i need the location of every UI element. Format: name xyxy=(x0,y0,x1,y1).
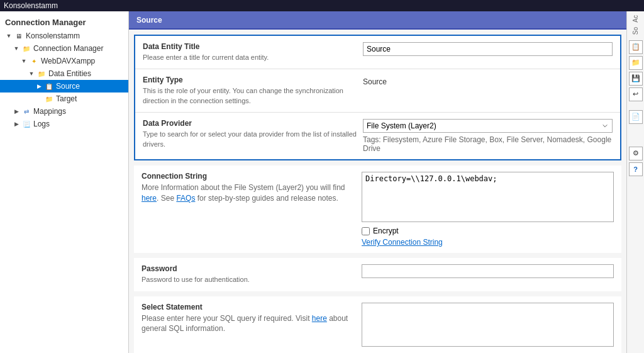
expand-arrow-data-entities: ▼ xyxy=(28,70,35,77)
toolbar-btn-copy[interactable]: 📋 xyxy=(629,40,643,54)
encrypt-checkbox[interactable] xyxy=(362,227,370,235)
data-provider-label: Data Provider xyxy=(143,119,363,128)
sidebar-item-konsolenstamm[interactable]: ▼ 🖥 Konsolenstamm xyxy=(0,30,128,42)
toolbar-label-so: So xyxy=(632,26,639,36)
content-header: Source xyxy=(129,11,626,30)
sidebar: Connection Manager ▼ 🖥 Konsolenstamm ▼ 📁… xyxy=(0,11,129,353)
password-label: Password xyxy=(142,264,362,273)
toolbar-btn-file[interactable]: 📄 xyxy=(629,110,643,124)
toolbar-btn-save[interactable]: 💾 xyxy=(629,72,643,86)
entity-type-desc: This is the role of your entity. You can… xyxy=(143,86,363,106)
sidebar-label-webdavxampp: WebDAVXampp xyxy=(41,57,95,65)
toolbar-btn-undo[interactable]: ↩ xyxy=(629,87,643,101)
data-provider-desc: Type to search for or select your data p… xyxy=(143,130,363,149)
title-bar: Konsolenstamm xyxy=(0,0,644,11)
toolbar-btn-settings[interactable]: ⚙ xyxy=(629,147,643,160)
sidebar-item-mappings[interactable]: ▶ ⇄ Mappings xyxy=(0,105,128,118)
connection-string-link1[interactable]: here xyxy=(142,194,157,203)
encrypt-row: Encrypt xyxy=(362,227,614,235)
select-statement-label: Select Statement xyxy=(142,303,362,311)
sidebar-label-connection-manager: Connection Manager xyxy=(33,44,103,53)
expand-arrow-webdavxampp: ▼ xyxy=(20,57,28,65)
encrypt-label: Encrypt xyxy=(373,227,399,235)
sidebar-label-data-entities: Data Entities xyxy=(48,69,91,78)
sidebar-item-source[interactable]: ▶ 📋 Source xyxy=(0,80,128,92)
form-row-select-statement: Select Statement Please enter here your … xyxy=(134,296,621,353)
select-statement-desc: Please enter here your SQL query if requ… xyxy=(142,313,362,335)
form-row-password: Password Password to use for authenticat… xyxy=(134,258,621,291)
folder-icon-connection: 📁 xyxy=(21,43,31,53)
sidebar-label-target: Target xyxy=(56,94,77,103)
tags-values: Filesystem, Azure File Storage, Box, Fil… xyxy=(363,135,611,153)
connection-string-section: Connection String More Information about… xyxy=(134,165,621,253)
sidebar-item-target[interactable]: ▶ 📁 Target xyxy=(0,92,128,105)
toolbar-label-ac: Ac xyxy=(632,14,639,24)
entity-title-desc: Please enter a title for current data en… xyxy=(143,53,363,62)
map-icon: ⇄ xyxy=(21,106,31,116)
computer-icon: 🖥 xyxy=(14,31,24,41)
form-row-connection-string: Connection String More Information about… xyxy=(134,165,621,253)
sidebar-item-logs[interactable]: ▶ 📃 Logs xyxy=(0,118,128,130)
entity-type-label: Entity Type xyxy=(143,76,363,84)
toolbar-btn-folder[interactable]: 📁 xyxy=(629,56,643,70)
connection-string-textarea[interactable]: Directory=\\127.0.0.1\webdav; xyxy=(362,172,614,222)
log-icon: 📃 xyxy=(21,119,31,129)
form-row-entity-title: Data Entity Title Please enter a title f… xyxy=(135,36,620,69)
password-desc: Password to use for authentication. xyxy=(142,275,362,284)
select-statement-link[interactable]: here xyxy=(312,314,327,323)
password-section: Password Password to use for authenticat… xyxy=(134,258,621,291)
connection-string-label: Connection String xyxy=(142,172,362,181)
title-bar-text: Konsolenstamm xyxy=(4,1,58,10)
expand-arrow-logs: ▶ xyxy=(13,120,20,128)
sidebar-label-source: Source xyxy=(56,82,80,91)
entity-title-input[interactable] xyxy=(363,42,613,56)
expand-arrow-konsolenstamm: ▼ xyxy=(5,32,13,40)
entity-type-value: Source xyxy=(363,76,613,88)
data-provider-select[interactable]: File System (Layer2) xyxy=(363,119,613,133)
star-icon: ✦ xyxy=(29,56,39,66)
form-row-data-provider: Data Provider Type to search for or sele… xyxy=(135,113,620,159)
right-toolbar: Ac So 📋 📁 💾 ↩ 📄 ⚙ ? xyxy=(626,11,644,353)
folder-icon-entities: 📁 xyxy=(36,69,47,79)
sidebar-label-logs: Logs xyxy=(33,120,50,128)
content-area: Source Data Entity Title Please enter a … xyxy=(129,11,626,353)
sidebar-label-konsolenstamm: Konsolenstamm xyxy=(26,31,80,40)
form-row-entity-type: Entity Type This is the role of your ent… xyxy=(135,69,620,113)
folder-icon-target: 📁 xyxy=(44,94,54,104)
password-input[interactable] xyxy=(362,264,614,278)
sidebar-label-mappings: Mappings xyxy=(33,107,66,116)
faqs-link[interactable]: FAQs xyxy=(176,194,195,203)
sidebar-item-connection-manager[interactable]: ▼ 📁 Connection Manager xyxy=(0,42,128,55)
top-section: Data Entity Title Please enter a title f… xyxy=(134,35,621,160)
toolbar-btn-help[interactable]: ? xyxy=(629,162,643,176)
entity-title-label: Data Entity Title xyxy=(143,42,363,51)
content-title: Source xyxy=(136,16,162,25)
expand-arrow-source: ▶ xyxy=(35,82,43,90)
expand-arrow-mappings: ▶ xyxy=(13,108,20,115)
select-statement-section: Select Statement Please enter here your … xyxy=(134,296,621,353)
data-provider-tags: Tags: Filesystem, Azure File Storage, Bo… xyxy=(363,135,613,153)
expand-arrow-connection-manager: ▼ xyxy=(13,45,20,52)
sidebar-item-data-entities[interactable]: ▼ 📁 Data Entities xyxy=(0,67,128,80)
connection-string-desc: More Information about the File System (… xyxy=(142,182,362,204)
sidebar-title: Connection Manager xyxy=(0,14,128,30)
table-icon-source: 📋 xyxy=(44,81,54,91)
verify-connection-link[interactable]: Verify Connection String xyxy=(362,238,443,247)
sidebar-item-webdavxampp[interactable]: ▼ ✦ WebDAVXampp xyxy=(0,55,128,67)
select-statement-textarea[interactable] xyxy=(362,303,614,347)
tags-label: Tags: xyxy=(363,135,381,144)
